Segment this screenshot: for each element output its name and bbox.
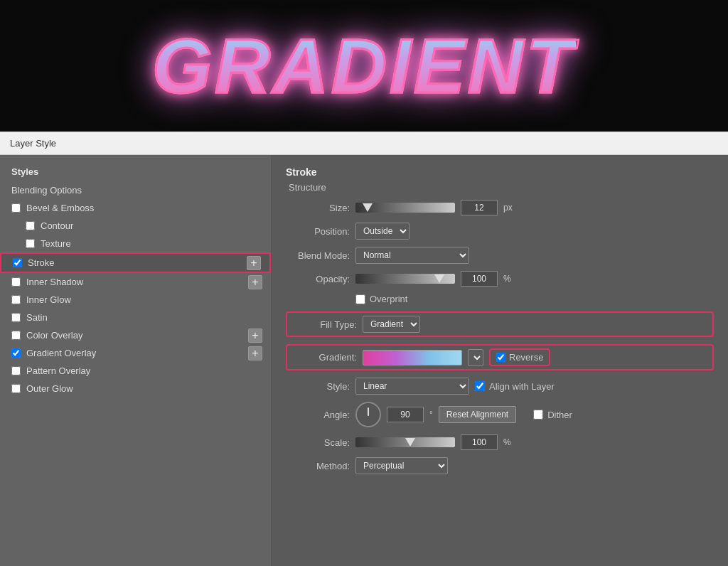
scale-unit: %: [503, 437, 511, 447]
inner-glow-checkbox[interactable]: [11, 295, 21, 304]
blend-mode-label: Blend Mode:: [286, 250, 350, 261]
align-layer-label[interactable]: Align with Layer: [475, 381, 555, 392]
color-overlay-add-button[interactable]: +: [248, 329, 262, 343]
inner-glow-label: Inner Glow: [26, 294, 71, 305]
bevel-emboss-item[interactable]: Bevel & Emboss: [0, 199, 271, 217]
inner-shadow-item[interactable]: Inner Shadow +: [0, 273, 271, 291]
gradient-preview[interactable]: [363, 350, 462, 365]
scale-slider-thumb: [405, 438, 415, 447]
styles-header: Styles: [0, 162, 271, 181]
dither-text: Dither: [547, 410, 572, 420]
color-overlay-item[interactable]: Color Overlay +: [0, 326, 271, 344]
inner-shadow-add-button[interactable]: +: [248, 275, 262, 289]
method-select[interactable]: Perceptual Saturation Appearance Absolut…: [355, 457, 448, 474]
hero-title: GRADIENT: [152, 21, 576, 110]
reverse-label: Reverse: [509, 352, 543, 363]
style-label: Style:: [286, 381, 350, 392]
stroke-label: Stroke: [28, 257, 55, 268]
bevel-emboss-checkbox[interactable]: [11, 203, 21, 213]
dialog-body: Styles Blending Options Bevel & Emboss C…: [0, 155, 728, 566]
fill-type-row: Fill Type: Gradient Color Pattern: [286, 311, 714, 337]
overprint-checkbox[interactable]: [355, 294, 365, 304]
reverse-checkbox[interactable]: [496, 353, 505, 362]
align-layer-text: Align with Layer: [489, 381, 555, 392]
inner-shadow-label: Inner Shadow: [26, 277, 83, 287]
pattern-overlay-item[interactable]: Pattern Overlay: [0, 362, 271, 380]
size-row: Size: px: [286, 200, 714, 215]
inner-shadow-checkbox[interactable]: [11, 277, 21, 287]
fill-type-select[interactable]: Gradient Color Pattern: [363, 316, 420, 333]
scale-input[interactable]: [461, 434, 498, 450]
outer-glow-label: Outer Glow: [26, 383, 73, 394]
position-select[interactable]: Outside Inside Center: [355, 223, 410, 240]
angle-dial[interactable]: [355, 402, 381, 427]
scale-row: Scale: %: [286, 434, 714, 450]
opacity-slider[interactable]: [355, 274, 455, 284]
scale-label: Scale:: [286, 437, 350, 448]
angle-label: Angle:: [286, 410, 350, 420]
reverse-box: Reverse: [489, 348, 550, 366]
gradient-overlay-label: Gradient Overlay: [26, 348, 96, 358]
method-label: Method:: [286, 461, 350, 471]
gradient-overlay-item[interactable]: Gradient Overlay +: [0, 344, 271, 362]
size-input[interactable]: [461, 200, 498, 215]
texture-checkbox[interactable]: [26, 239, 35, 248]
inner-glow-item[interactable]: Inner Glow: [0, 291, 271, 309]
overprint-row: Overprint: [355, 294, 714, 304]
color-overlay-label: Color Overlay: [26, 330, 82, 341]
right-panel: Stroke Structure Size: px Position: Outs…: [272, 155, 728, 566]
satin-label: Satin: [26, 312, 48, 323]
opacity-label: Opacity:: [286, 274, 350, 284]
opacity-input[interactable]: [461, 271, 498, 287]
dither-label[interactable]: Dither: [533, 410, 572, 420]
gradient-overlay-checkbox[interactable]: [11, 348, 21, 358]
reset-alignment-button[interactable]: Reset Alignment: [439, 406, 516, 423]
position-label: Position:: [286, 226, 350, 237]
opacity-row: Opacity: %: [286, 271, 714, 287]
stroke-item[interactable]: Stroke +: [0, 252, 271, 273]
contour-item[interactable]: Contour: [0, 217, 271, 235]
section-title: Stroke: [286, 166, 714, 178]
color-overlay-checkbox[interactable]: [11, 331, 21, 340]
stroke-checkbox[interactable]: [13, 258, 22, 267]
blending-options-label: Blending Options: [11, 185, 82, 196]
overprint-label[interactable]: Overprint: [355, 294, 407, 304]
gradient-overlay-add-button[interactable]: +: [248, 346, 262, 361]
gradient-dropdown[interactable]: ▼: [468, 349, 483, 366]
outer-glow-item[interactable]: Outer Glow: [0, 380, 271, 397]
dither-checkbox[interactable]: [533, 410, 543, 420]
angle-input[interactable]: [387, 407, 424, 422]
texture-item[interactable]: Texture: [0, 235, 271, 252]
overprint-text: Overprint: [370, 294, 407, 304]
align-layer-checkbox[interactable]: [475, 381, 485, 391]
blend-mode-select[interactable]: Normal Multiply Screen Overlay: [355, 247, 469, 264]
contour-label: Contour: [41, 220, 73, 231]
gradient-label: Gradient:: [293, 352, 357, 363]
blend-mode-row: Blend Mode: Normal Multiply Screen Overl…: [286, 247, 714, 264]
pattern-overlay-checkbox[interactable]: [11, 366, 21, 375]
size-slider[interactable]: [355, 203, 455, 213]
angle-unit: °: [429, 410, 433, 420]
bevel-emboss-label: Bevel & Emboss: [26, 203, 94, 213]
method-row: Method: Perceptual Saturation Appearance…: [286, 457, 714, 474]
contour-checkbox[interactable]: [26, 221, 35, 230]
scale-slider[interactable]: [355, 437, 455, 447]
sub-section-title: Structure: [286, 182, 714, 193]
texture-label: Texture: [41, 238, 71, 249]
size-label: Size:: [286, 203, 350, 213]
style-select[interactable]: Linear Radial Angle Reflected Diamond: [355, 378, 469, 395]
pattern-overlay-label: Pattern Overlay: [26, 365, 90, 376]
style-row: Style: Linear Radial Angle Reflected Dia…: [286, 378, 714, 395]
layer-style-dialog: Layer Style Styles Blending Options Beve…: [0, 132, 728, 566]
opacity-unit: %: [503, 274, 511, 284]
size-slider-thumb: [363, 203, 373, 212]
position-row: Position: Outside Inside Center: [286, 223, 714, 240]
satin-item[interactable]: Satin: [0, 309, 271, 326]
blending-options-item[interactable]: Blending Options: [0, 181, 271, 199]
outer-glow-checkbox[interactable]: [11, 384, 21, 393]
size-unit: px: [503, 203, 513, 213]
left-panel: Styles Blending Options Bevel & Emboss C…: [0, 155, 272, 566]
fill-type-label: Fill Type:: [293, 319, 357, 330]
satin-checkbox[interactable]: [11, 313, 21, 322]
stroke-add-button[interactable]: +: [247, 256, 261, 270]
